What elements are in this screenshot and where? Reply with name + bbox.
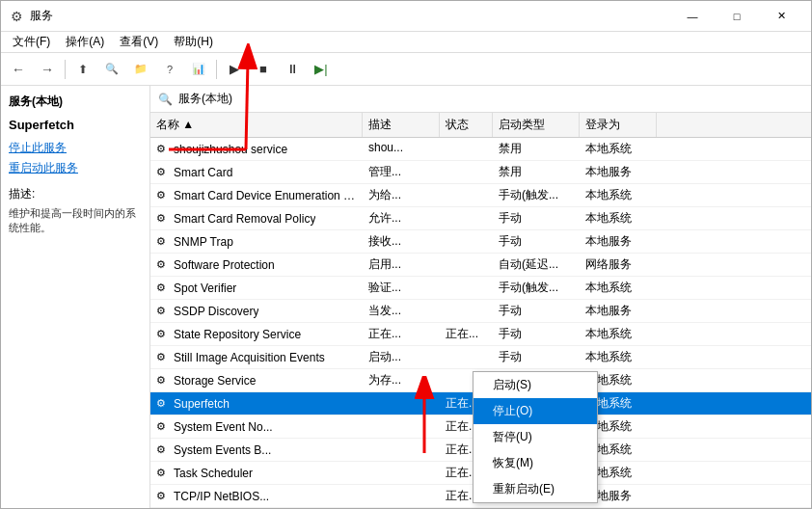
context-menu-item-1[interactable]: 停止(O): [474, 398, 597, 424]
up-button[interactable]: ⬆: [69, 57, 96, 82]
menu-file[interactable]: 文件(F): [5, 32, 58, 52]
col-header-startup[interactable]: 启动类型: [493, 113, 580, 137]
service-login-cell: 本地系统: [580, 323, 657, 345]
service-desc-cell: 接收...: [363, 230, 440, 253]
forward-button[interactable]: →: [34, 57, 61, 82]
address-icon: 🔍: [158, 93, 173, 106]
service-gear-icon: ⚙: [156, 328, 170, 341]
service-name-cell: ⚙SNMP Trap: [150, 230, 363, 253]
table-row[interactable]: ⚙shoujizhushou serviceshou...禁用本地系统: [150, 138, 811, 161]
service-gear-icon: ⚙: [156, 443, 170, 457]
service-name-cell: ⚙Still Image Acquisition Events: [150, 346, 363, 368]
table-row[interactable]: ⚙SNMP Trap接收...手动本地服务: [150, 230, 811, 254]
col-header-name[interactable]: 名称 ▲: [150, 113, 363, 137]
separator-1: [65, 60, 66, 79]
service-gear-icon: ⚙: [156, 397, 170, 411]
table-row[interactable]: ⚙Smart Card Device Enumeration S...为给...…: [150, 184, 811, 207]
table-row[interactable]: ⚙Spot Verifier验证...手动(触发...本地系统: [150, 277, 811, 300]
help-button[interactable]: ?: [156, 57, 183, 82]
window-title: 服务: [30, 8, 670, 24]
menu-help[interactable]: 帮助(H): [166, 32, 221, 52]
service-gear-icon: ⚙: [156, 166, 170, 179]
table-row[interactable]: ⚙SSDP Discovery当发...手动本地服务: [150, 300, 811, 323]
service-startup-cell: 手动(触发...: [493, 277, 580, 299]
service-login-cell: 本地系统: [580, 346, 657, 368]
service-gear-icon: ⚙: [156, 258, 170, 272]
service-desc-cell: 为给...: [363, 184, 440, 206]
service-gear-icon: ⚙: [156, 143, 170, 156]
service-login-cell: 本地服务: [580, 230, 657, 253]
service-startup-cell: 手动: [493, 207, 580, 229]
col-header-login[interactable]: 登录为: [580, 113, 657, 137]
service-gear-icon: ⚙: [156, 305, 170, 318]
menu-view[interactable]: 查看(V): [112, 32, 166, 52]
maximize-button[interactable]: □: [715, 1, 759, 32]
service-status-cell: [440, 207, 493, 229]
pause-button[interactable]: ⏸: [279, 57, 306, 82]
window-controls: — □ ✕: [670, 1, 803, 32]
service-gear-icon: ⚙: [156, 189, 170, 202]
context-menu-item-0[interactable]: 启动(S): [474, 372, 597, 398]
col-header-status[interactable]: 状态: [440, 113, 493, 137]
service-name-cell: ⚙Task Scheduler: [150, 462, 363, 484]
table-row[interactable]: ⚙Smart Card管理...禁用本地服务: [150, 161, 811, 184]
table-row[interactable]: ⚙State Repository Service正在...正在...手动本地系…: [150, 323, 811, 346]
table-header: 名称 ▲ 描述 状态 启动类型 登录为: [150, 113, 811, 138]
service-startup-cell: 禁用: [493, 161, 580, 183]
restart-button[interactable]: ▶|: [308, 57, 335, 82]
service-name-cell: ⚙State Repository Service: [150, 323, 363, 345]
service-gear-icon: ⚙: [156, 281, 170, 295]
context-menu-item-2[interactable]: 暂停(U): [474, 424, 597, 450]
service-name-cell: ⚙Smart Card Removal Policy: [150, 207, 363, 229]
table-row[interactable]: ⚙Still Image Acquisition Events启动...手动本地…: [150, 346, 811, 369]
service-startup-cell: 手动(触发...: [493, 184, 580, 206]
service-status-cell: [440, 138, 493, 160]
main-window: ⚙ 服务 — □ ✕ 文件(F) 操作(A) 查看(V) 帮助(H) ← → ⬆…: [0, 0, 812, 509]
service-status-cell: [440, 161, 493, 183]
service-name-cell: ⚙System Events B...: [150, 439, 363, 461]
restart-service-link[interactable]: 重启动此服务: [9, 160, 142, 176]
service-name-text: System Events B...: [174, 443, 271, 457]
service-desc-cell: 验证...: [363, 277, 440, 299]
service-name-text: State Repository Service: [174, 328, 301, 341]
back-button[interactable]: ←: [5, 57, 32, 82]
menu-action[interactable]: 操作(A): [58, 32, 112, 52]
service-name-text: Smart Card: [174, 166, 232, 179]
table-row[interactable]: ⚙Smart Card Removal Policy允许...手动本地系统: [150, 207, 811, 230]
folder-button[interactable]: 📁: [127, 57, 154, 82]
service-name-cell: ⚙Smart Card Device Enumeration S...: [150, 184, 363, 206]
properties-button[interactable]: 📊: [185, 57, 212, 82]
service-desc-cell: 当发...: [363, 300, 440, 322]
service-name-cell: ⚙shoujizhushou service: [150, 138, 363, 160]
service-name-text: Software Protection: [174, 258, 275, 272]
service-gear-icon: ⚙: [156, 420, 170, 434]
close-button[interactable]: ✕: [759, 1, 803, 32]
service-startup-cell: 手动: [493, 300, 580, 322]
service-name-text: TCP/IP NetBIOS...: [174, 490, 269, 503]
context-menu-item-3[interactable]: 恢复(M): [474, 450, 597, 476]
service-desc-cell: shou...: [363, 138, 440, 160]
service-login-cell: 本地系统: [580, 207, 657, 229]
context-menu-item-4[interactable]: 重新启动(E): [474, 476, 597, 502]
search-button[interactable]: 🔍: [98, 57, 125, 82]
service-desc-cell: 启用...: [363, 254, 440, 276]
col-header-desc[interactable]: 描述: [363, 113, 440, 137]
service-name-text: Still Image Acquisition Events: [174, 351, 325, 364]
minimize-button[interactable]: —: [670, 1, 715, 32]
menu-bar: 文件(F) 操作(A) 查看(V) 帮助(H): [1, 32, 811, 53]
stop-button[interactable]: ■: [250, 57, 277, 82]
left-panel-title: 服务(本地): [9, 94, 142, 110]
service-name-text: Storage Service: [174, 374, 256, 388]
stop-service-link[interactable]: 停止此服务: [9, 140, 142, 156]
table-row[interactable]: ⚙Software Protection启用...自动(延迟...网络服务: [150, 254, 811, 277]
play-button[interactable]: ▶: [221, 57, 248, 82]
description-label: 描述:: [9, 186, 142, 202]
service-name-cell: ⚙System Event No...: [150, 415, 363, 438]
service-name-cell: ⚙TCP/IP NetBIOS...: [150, 485, 363, 507]
service-desc-cell: 启动...: [363, 346, 440, 368]
service-name-cell: ⚙SSDP Discovery: [150, 300, 363, 322]
service-name-text: System Event No...: [174, 420, 273, 434]
selected-service-name: Superfetch: [9, 118, 142, 132]
service-gear-icon: ⚙: [156, 351, 170, 364]
service-name-cell: ⚙Superfetch: [150, 392, 363, 415]
